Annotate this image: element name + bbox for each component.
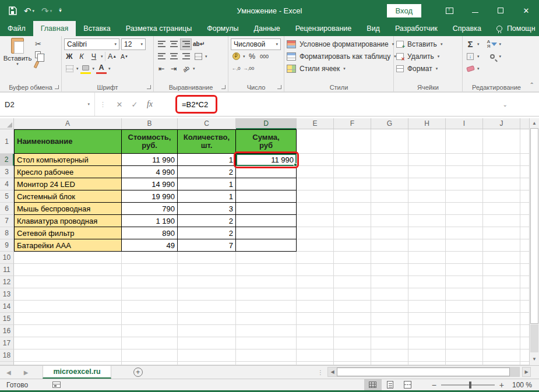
column-header-b[interactable]: B — [122, 118, 178, 129]
tab-page-layout[interactable]: Разметка страницы — [118, 21, 199, 36]
decrease-indent-icon[interactable]: ⇤ — [156, 63, 167, 74]
font-color-button[interactable]: А — [96, 63, 107, 74]
view-normal-icon[interactable] — [364, 379, 382, 391]
grid-cells[interactable] — [14, 337, 529, 349]
cell-a5[interactable]: Системный блок — [14, 190, 122, 203]
cell-c9[interactable]: 7 — [178, 239, 236, 252]
vertical-scrollbar[interactable]: ▲ ▼ — [529, 118, 539, 365]
tab-file[interactable]: Файл — [0, 21, 33, 36]
alignment-dialog-launcher-icon[interactable] — [221, 85, 226, 89]
insert-cells-button[interactable]: Вставить▾ — [396, 38, 460, 50]
grid-cells[interactable] — [14, 301, 529, 313]
row-header-1[interactable]: 1 — [0, 129, 14, 154]
name-box[interactable]: D2▾ — [0, 93, 95, 116]
cell-a7[interactable]: Клавиатура проводная — [14, 215, 122, 227]
tab-review[interactable]: Рецензирование — [288, 21, 360, 36]
row-header-17[interactable]: 17 — [0, 337, 14, 349]
format-painter-icon[interactable] — [34, 61, 40, 69]
delete-cells-button[interactable]: Удалить▾ — [396, 50, 460, 62]
decrease-decimal-icon[interactable]: →,00 — [243, 63, 254, 74]
paste-button[interactable]: Вставить ▾ — [2, 38, 33, 68]
cell-a3[interactable]: Кресло рабочее — [14, 166, 122, 178]
sheet-nav-right-icon[interactable]: ▶ — [17, 366, 35, 379]
maximize-icon[interactable] — [488, 0, 513, 21]
grid-cells[interactable] — [14, 313, 529, 325]
cell-a4[interactable]: Монитор 24 LED — [14, 178, 122, 190]
row-header-6[interactable]: 6 — [0, 203, 14, 215]
row-header-13[interactable]: 13 — [0, 288, 14, 301]
cell-b5[interactable]: 19 990 — [122, 190, 178, 203]
comma-style-button[interactable]: 000 — [259, 51, 270, 62]
merge-center-icon[interactable] — [193, 51, 203, 62]
zoom-slider[interactable] — [441, 384, 495, 386]
grid-cells[interactable] — [14, 276, 529, 288]
scroll-down-icon[interactable]: ▼ — [530, 354, 539, 363]
cell-a8[interactable]: Сетевой фильтр — [14, 227, 122, 239]
row-header-15[interactable]: 15 — [0, 313, 14, 325]
zoom-out-icon[interactable]: − — [427, 380, 441, 390]
sheet-nav-left-icon[interactable]: ◀ — [0, 366, 17, 379]
cell-c8[interactable]: 2 — [178, 227, 236, 239]
cell-c6[interactable]: 3 — [178, 203, 236, 215]
add-sheet-icon[interactable]: + — [133, 368, 143, 377]
column-header-a[interactable]: A — [14, 118, 122, 129]
row-header-9[interactable]: 9 — [0, 239, 14, 252]
conditional-formatting-button[interactable]: Условное форматирование▾ — [287, 38, 391, 50]
find-select-icon[interactable] — [487, 51, 498, 62]
tab-help[interactable]: Справка — [445, 21, 489, 36]
column-header-h[interactable]: H — [408, 118, 446, 129]
align-center-icon[interactable] — [168, 51, 179, 62]
orientation-icon[interactable]: ab — [178, 61, 193, 76]
copy-button[interactable]: ▾ — [35, 51, 45, 58]
sheet-tab-active[interactable]: microexcel.ru — [43, 366, 111, 379]
align-right-icon[interactable] — [181, 51, 191, 62]
cell-c5[interactable]: 1 — [178, 190, 236, 203]
header-cell-c1[interactable]: Количество, шт. — [178, 129, 236, 154]
cell-b6[interactable]: 790 — [122, 203, 178, 215]
tab-view[interactable]: Вид — [359, 21, 387, 36]
fill-color-button[interactable] — [80, 63, 91, 74]
save-icon[interactable] — [8, 6, 17, 15]
grid-cells[interactable] — [297, 203, 529, 215]
cell-c3[interactable]: 2 — [178, 166, 236, 178]
row-header-3[interactable]: 3 — [0, 166, 14, 178]
cell-d7[interactable] — [236, 215, 297, 227]
grid-cells[interactable] — [297, 239, 529, 252]
font-dialog-launcher-icon[interactable] — [147, 85, 151, 89]
grid-cells[interactable] — [297, 178, 529, 190]
undo-icon[interactable]: ↶▾ — [24, 6, 34, 15]
grid-cells[interactable] — [14, 264, 529, 276]
cell-d6[interactable] — [236, 203, 297, 215]
grid-cells[interactable] — [297, 129, 529, 154]
underline-caret-icon[interactable]: ▾ — [101, 54, 103, 59]
qat-customize-icon[interactable]: ▾̄ — [59, 8, 62, 13]
number-dialog-launcher-icon[interactable] — [277, 85, 281, 89]
scroll-right-icon[interactable]: ▶ — [522, 367, 531, 377]
row-header-2-selected[interactable]: 2 — [0, 154, 14, 166]
minimize-icon[interactable] — [462, 0, 488, 21]
bold-button[interactable]: Ж — [64, 51, 75, 62]
zoom-slider-thumb[interactable] — [469, 382, 471, 389]
fill-icon[interactable]: ↓ — [465, 51, 475, 62]
tab-developer[interactable]: Разработчик — [387, 21, 445, 36]
scroll-left-icon[interactable]: ◀ — [328, 368, 337, 376]
cell-b9[interactable]: 49 — [122, 239, 178, 252]
format-cells-button[interactable]: Формат▾ — [396, 62, 460, 75]
clear-icon[interactable] — [465, 63, 475, 74]
font-name-select[interactable]: Calibri▾ — [64, 38, 119, 50]
row-header-11[interactable]: 11 — [0, 264, 14, 276]
font-size-select[interactable]: 12▾ — [121, 38, 146, 50]
row-header-14[interactable]: 14 — [0, 301, 14, 313]
macro-record-icon[interactable] — [52, 382, 61, 388]
grid-cells[interactable] — [297, 190, 529, 203]
grid-cells[interactable] — [297, 227, 529, 239]
column-header-j[interactable]: J — [483, 118, 520, 129]
header-cell-d1[interactable]: Сумма, руб — [236, 129, 297, 154]
horizontal-scrollbar[interactable]: ◀ — [327, 367, 520, 377]
column-header-e[interactable]: E — [297, 118, 334, 129]
row-header-18[interactable]: 18 — [0, 349, 14, 362]
row-header-16[interactable]: 16 — [0, 325, 14, 337]
cell-c2[interactable]: 1 — [178, 154, 236, 166]
zoom-level[interactable]: 100 % — [509, 381, 539, 389]
format-as-table-button[interactable]: Форматировать как таблицу▾ — [287, 50, 391, 62]
